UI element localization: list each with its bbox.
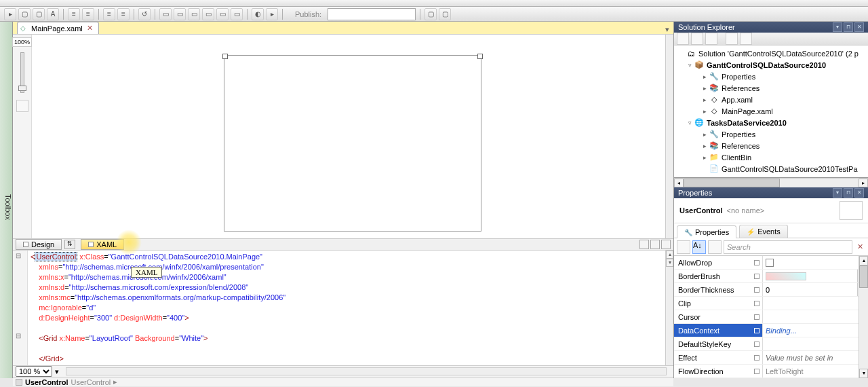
toolbar-button[interactable]: ◐	[252, 8, 264, 20]
close-tab-icon[interactable]: ✕	[87, 24, 93, 33]
categorize-button[interactable]	[677, 240, 690, 254]
zoom-slider[interactable]	[20, 52, 24, 93]
props-sort-button[interactable]	[708, 240, 722, 254]
zoom-select[interactable]: 100 %	[16, 366, 52, 377]
xaml-file-node[interactable]: ▸◇MainPage.xaml	[674, 105, 868, 117]
outdent-button[interactable]: ≡	[82, 8, 94, 20]
se-properties-button[interactable]	[677, 33, 689, 45]
property-row-datacontext[interactable]: DataContextBinding...	[674, 324, 868, 337]
designer-surface: 100%	[13, 35, 673, 238]
panel-dropdown-icon[interactable]: ▾	[833, 22, 842, 32]
property-row-cursor[interactable]: Cursor	[674, 310, 868, 324]
zoom-thumb[interactable]	[18, 86, 26, 91]
se-refresh-button[interactable]	[705, 33, 717, 45]
breadcrumb-current[interactable]: UserControl	[25, 378, 68, 386]
comment-button[interactable]: ≡	[103, 8, 115, 20]
xaml-file-node[interactable]: ▸◇App.xaml	[674, 94, 868, 105]
se-show-all-button[interactable]	[691, 33, 703, 45]
clear-search-icon[interactable]: ✕	[854, 242, 865, 251]
document-tab-mainpage[interactable]: MainPage.xaml ✕	[17, 22, 99, 34]
element-breadcrumb: UserControl UserControl ▸	[13, 377, 673, 386]
toolbar-button[interactable]: ▭	[174, 8, 186, 20]
toolbox-panel-collapsed[interactable]: Toolbox	[0, 22, 13, 378]
events-subtab[interactable]: ⚡Events	[739, 225, 788, 238]
zoom-percent[interactable]: 100%	[12, 37, 32, 47]
toolbar-button[interactable]: ▸	[266, 8, 278, 20]
properties-subtab[interactable]: 🔧Properties	[677, 225, 736, 238]
references-node[interactable]: ▸📚References	[674, 82, 868, 94]
toolbar-button[interactable]: ▭	[216, 8, 229, 20]
toolbar-button[interactable]: ▢	[18, 8, 31, 20]
properties-grid[interactable]: AllowDrop BorderBrush▾ BorderThickness0▾…	[674, 256, 868, 378]
properties-vscrollbar[interactable]: ▴▾	[859, 256, 868, 378]
xaml-editor[interactable]: ⊟ ⊟ <UserControl x:Class="GanttControlSQ…	[13, 251, 673, 365]
checkbox[interactable]	[766, 259, 774, 267]
folder-node[interactable]: ▸📁ClientBin	[674, 151, 868, 163]
solution-tree[interactable]: 🗂Solution 'GanttControlSQLDataSource2010…	[674, 45, 868, 178]
toolbar-button[interactable]: ↺	[138, 8, 151, 20]
toolbar-button[interactable]: ▭	[202, 8, 214, 20]
se-view-code-button[interactable]	[726, 33, 738, 45]
se-view-designer-button[interactable]	[740, 33, 752, 45]
xaml-tab-icon	[88, 242, 94, 247]
code-gutter[interactable]: ⊟ ⊟	[13, 251, 28, 365]
toolbar-button[interactable]: ▢	[425, 8, 437, 20]
toolbar-button[interactable]: ▭	[231, 8, 243, 20]
property-row-clip[interactable]: Clip	[674, 297, 868, 310]
project-node[interactable]: ▿🌐TasksDataService2010	[674, 117, 868, 128]
fit-to-screen-button[interactable]	[16, 100, 28, 112]
xaml-vscrollbar[interactable]: ▴ ▾	[665, 251, 673, 365]
property-row-flowdirection[interactable]: FlowDirectionLeftToRight	[674, 365, 868, 378]
panel-pin-icon[interactable]: ⊓	[844, 22, 853, 32]
xaml-tab[interactable]: XAML	[81, 239, 124, 250]
xaml-tab-label: XAML	[96, 240, 117, 248]
toolbar-button[interactable]: A	[47, 8, 59, 20]
publish-target-combo[interactable]	[328, 8, 416, 20]
toolbar-button[interactable]: ▸	[4, 8, 16, 20]
publish-label: Publish:	[295, 10, 321, 18]
panel-close-icon[interactable]: ✕	[854, 188, 864, 198]
property-row-defaultstylekey[interactable]: DefaultStyleKey	[674, 337, 868, 351]
split-vertical-button[interactable]	[639, 240, 649, 249]
panel-dropdown-icon[interactable]: ▾	[833, 188, 842, 198]
editor-hscrollbar[interactable]	[66, 367, 667, 375]
toolbar-button[interactable]: ▭	[188, 8, 200, 20]
property-row-effect[interactable]: EffectValue must be set in	[674, 351, 868, 365]
properties-panel-label: Properties	[678, 189, 712, 197]
uncomment-button[interactable]: ≡	[117, 8, 130, 20]
toolbar-button[interactable]: ▢	[33, 8, 45, 20]
object-preview-thumb	[840, 201, 863, 220]
toolbar-button[interactable]: ▢	[439, 8, 451, 20]
properties-node[interactable]: ▸🔧Properties	[674, 71, 868, 82]
document-tab-title: MainPage.xaml	[31, 24, 83, 33]
tab-dropdown-icon[interactable]: ▾	[665, 25, 669, 34]
usercontrol-designer[interactable]	[224, 55, 481, 232]
solution-tree-hscrollbar[interactable]: ◂▸	[674, 178, 868, 187]
references-node[interactable]: ▸📚References	[674, 140, 868, 151]
panel-close-icon[interactable]: ✕	[854, 22, 864, 32]
file-node[interactable]: 📄GanttControlSQLDataSource2010TestPa	[674, 163, 868, 174]
property-row-allowdrop[interactable]: AllowDrop	[674, 256, 868, 270]
breadcrumb-ancestor[interactable]: UserControl	[71, 378, 111, 386]
split-view-tabs: Design ⇅ XAML	[13, 238, 673, 251]
lightning-icon: ⚡	[747, 228, 755, 236]
collapse-pane-button[interactable]	[661, 240, 671, 249]
design-canvas[interactable]	[32, 35, 673, 238]
property-row-borderthickness[interactable]: BorderThickness0▾	[674, 283, 868, 297]
alphabetical-button[interactable]: A↓	[692, 240, 706, 254]
indent-button[interactable]: ≡	[68, 8, 80, 20]
property-row-borderbrush[interactable]: BorderBrush▾	[674, 270, 868, 283]
designer-vscrollbar[interactable]	[665, 35, 673, 238]
design-tab[interactable]: Design	[16, 239, 62, 250]
editor-status-bar: 100 % ▾	[13, 365, 673, 377]
menubar[interactable]	[0, 0, 868, 7]
project-node[interactable]: ▿📦GanttControlSQLDataSource2010	[674, 59, 868, 71]
properties-search-input[interactable]	[724, 240, 852, 254]
toolbar-button[interactable]: ▭	[159, 8, 172, 20]
xaml-code-content[interactable]: <UserControl x:Class="GanttControlSQLDat…	[28, 251, 665, 365]
panel-pin-icon[interactable]: ⊓	[844, 188, 853, 198]
solution-node[interactable]: 🗂Solution 'GanttControlSQLDataSource2010…	[674, 48, 868, 59]
properties-node[interactable]: ▸🔧Properties	[674, 128, 868, 140]
split-horizontal-button[interactable]	[650, 240, 660, 249]
swap-panes-button[interactable]: ⇅	[64, 240, 75, 249]
